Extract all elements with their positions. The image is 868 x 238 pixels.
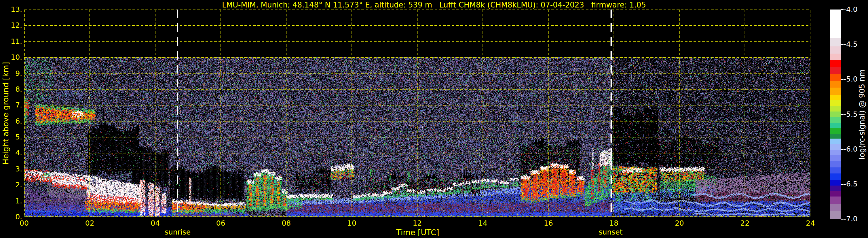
colorbar-tick [841, 114, 843, 115]
colorbar-segment [830, 74, 841, 81]
y-tick-label: 12. [0, 21, 22, 30]
x-tick-label: 00 [11, 219, 37, 228]
colorbar-gradient [830, 9, 841, 219]
colorbar-segment [830, 47, 841, 54]
y-tick-label: 13. [0, 5, 22, 14]
colorbar-tick [841, 9, 843, 10]
colorbar-segment [830, 155, 841, 161]
x-tick-label: 18 [601, 219, 627, 228]
x-tick-label: 14 [470, 219, 496, 228]
y-tick-label: 2. [0, 181, 22, 189]
colorbar-segment [830, 139, 841, 144]
colorbar-segment [830, 81, 841, 88]
colorbar-tick-label: -7.0 [843, 215, 867, 223]
colorbar-segment [830, 204, 841, 211]
colorbar-segment [830, 191, 841, 197]
colorbar-tick [841, 184, 843, 185]
colorbar-segment [830, 134, 841, 139]
x-tick-label: 22 [732, 219, 758, 228]
x-axis-label: Time [UTC] [389, 228, 446, 237]
x-tick-label: 08 [273, 219, 299, 228]
colorbar-segment [830, 88, 841, 95]
colorbar-tick [841, 44, 843, 45]
x-tick-label: 04 [142, 219, 168, 228]
colorbar-tick [841, 79, 843, 80]
sunset-label: sunset [582, 228, 640, 237]
colorbar-segment [830, 9, 841, 38]
y-tick-label: 10. [0, 53, 22, 62]
colorbar-segment [830, 117, 841, 123]
backscatter-heatmap-canvas [24, 9, 810, 217]
colorbar-segment [830, 60, 841, 67]
y-tick-label: 11. [0, 37, 22, 46]
ceilometer-figure: LMU-MIM, Munich; 48.148° N 11.573° E, al… [0, 0, 868, 238]
colorbar-segment [830, 150, 841, 156]
colorbar-segment [830, 168, 841, 174]
colorbar-segment [830, 211, 841, 219]
colorbar-segment [830, 112, 841, 117]
colorbar-segment [830, 95, 841, 100]
colorbar-segment [830, 128, 841, 134]
colorbar-segment [830, 185, 841, 191]
chart-title: LMU-MIM, Munich; 48.148° N 11.573° E, al… [0, 1, 868, 9]
colorbar-segment [830, 174, 841, 180]
colorbar-segment [830, 106, 841, 112]
colorbar-segment [830, 180, 841, 185]
colorbar-segment [830, 38, 841, 47]
x-tick-label: 20 [666, 219, 692, 228]
x-tick-label: 16 [535, 219, 561, 228]
colorbar-segment [830, 67, 841, 74]
colorbar-segment [830, 123, 841, 128]
x-tick-label: 10 [339, 219, 365, 228]
sunrise-label: sunrise [149, 228, 207, 237]
colorbar-tick [841, 149, 843, 150]
colorbar-tick [841, 219, 843, 219]
x-tick-label: 02 [77, 219, 103, 228]
y-axis-label: Height above ground [km] [1, 61, 10, 165]
x-tick-label: 06 [208, 219, 234, 228]
colorbar-label: log(rc-signal) @ 905 nm [857, 42, 867, 186]
colorbar-segment [830, 100, 841, 106]
colorbar-segment [830, 144, 841, 150]
colorbar-segment [830, 54, 841, 60]
y-tick-label: 1. [0, 197, 22, 205]
colorbar-segment [830, 197, 841, 204]
colorbar-tick-label: -4.0 [843, 5, 867, 14]
x-tick-label: 12 [404, 219, 430, 228]
x-tick-label: 24 [798, 219, 824, 228]
y-tick-label: 3. [0, 165, 22, 174]
colorbar-segment [830, 161, 841, 168]
